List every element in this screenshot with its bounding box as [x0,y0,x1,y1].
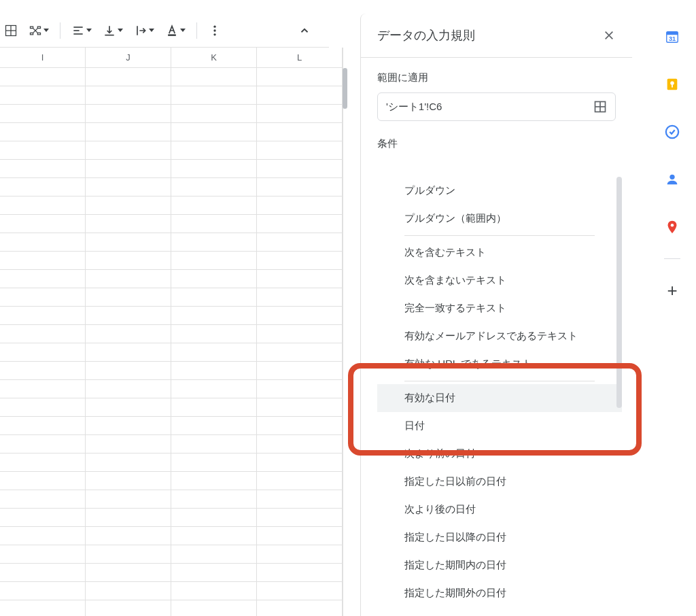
cell[interactable] [257,68,343,86]
calendar-app-icon[interactable]: 31 [664,29,680,45]
cell[interactable] [171,343,257,361]
table-row[interactable] [0,288,343,307]
table-row[interactable] [0,472,343,490]
cell[interactable] [257,160,343,177]
cell[interactable] [171,582,257,600]
dropdown-option[interactable]: 指定した日以前の日付 [377,468,622,496]
table-row[interactable] [0,454,343,472]
cell[interactable] [171,288,257,306]
cell[interactable] [0,398,86,416]
keep-app-icon[interactable] [664,76,680,92]
cell[interactable] [257,325,343,343]
cell[interactable] [0,288,86,306]
cell[interactable] [257,564,343,581]
cell[interactable] [86,288,171,306]
table-row[interactable] [0,545,343,564]
cell[interactable] [0,545,86,563]
cell[interactable] [0,86,86,104]
col-header[interactable]: I [0,48,86,67]
dropdown-scrollbar[interactable] [616,177,622,602]
table-row[interactable] [0,509,343,527]
cell[interactable] [0,160,86,177]
cell[interactable] [171,472,257,490]
range-input-container[interactable] [377,92,616,121]
cell[interactable] [86,105,171,122]
dropdown-option[interactable]: 指定した日以降の日付 [377,524,622,551]
cell[interactable] [257,105,343,122]
table-row[interactable] [0,490,343,509]
cell[interactable] [257,196,343,214]
cell[interactable] [86,233,171,251]
cell[interactable] [86,472,171,490]
table-row[interactable] [0,196,343,215]
cell[interactable] [171,233,257,251]
table-row[interactable] [0,86,343,105]
cell[interactable] [0,270,86,288]
h-align-button[interactable] [67,20,96,41]
more-button[interactable] [204,20,226,41]
cell[interactable] [86,362,171,379]
maps-app-icon[interactable] [664,219,680,235]
cell[interactable] [0,307,86,324]
table-row[interactable] [0,68,343,86]
cell[interactable] [257,545,343,563]
cell[interactable] [171,307,257,324]
col-header[interactable]: J [86,48,171,67]
scrollbar-thumb[interactable] [616,177,622,408]
cell[interactable] [171,141,257,159]
cell[interactable] [86,380,171,398]
cell[interactable] [171,362,257,379]
cell[interactable] [86,325,171,343]
table-row[interactable] [0,343,343,362]
cell[interactable] [171,545,257,563]
cell[interactable] [257,343,343,361]
cell[interactable] [257,270,343,288]
cell[interactable] [257,215,343,233]
cell[interactable] [171,123,257,141]
cell[interactable] [0,343,86,361]
cell[interactable] [0,325,86,343]
cell[interactable] [171,564,257,581]
range-input[interactable] [386,101,593,113]
cell[interactable] [171,600,257,616]
cell[interactable] [171,160,257,177]
table-row[interactable] [0,582,343,600]
cell[interactable] [0,196,86,214]
cell[interactable] [86,435,171,453]
table-row[interactable] [0,141,343,160]
cell[interactable] [257,86,343,104]
cell[interactable] [171,86,257,104]
cell[interactable] [0,417,86,434]
cell[interactable] [257,435,343,453]
cell[interactable] [86,252,171,269]
wrap-button[interactable] [130,20,158,41]
dropdown-option[interactable]: 指定した期間内の日付 [377,551,622,579]
dropdown-option[interactable]: 完全一致するテキスト [377,294,622,322]
cell[interactable] [257,178,343,196]
col-header[interactable]: K [171,48,257,67]
dropdown-option[interactable]: プルダウン（範囲内） [377,205,622,233]
vertical-scrollbar[interactable] [343,68,347,109]
cell[interactable] [0,509,86,526]
cell[interactable] [86,196,171,214]
dropdown-option[interactable]: 有効なメールアドレスであるテキスト [377,322,622,350]
dropdown-option[interactable]: 次より後の日付 [377,496,622,524]
cell[interactable] [171,490,257,508]
cell[interactable] [257,472,343,490]
table-row[interactable] [0,325,343,343]
cell[interactable] [171,435,257,453]
table-row[interactable] [0,564,343,582]
cell[interactable] [257,252,343,269]
cell[interactable] [257,362,343,379]
cell[interactable] [0,178,86,196]
cell[interactable] [257,307,343,324]
cell[interactable] [86,398,171,416]
cell[interactable] [257,288,343,306]
cell[interactable] [86,160,171,177]
dropdown-option[interactable]: 日付 [377,412,622,440]
cell[interactable] [257,141,343,159]
dropdown-option[interactable]: プルダウン [377,177,622,205]
cell[interactable] [171,196,257,214]
cell[interactable] [171,454,257,471]
cell[interactable] [171,215,257,233]
